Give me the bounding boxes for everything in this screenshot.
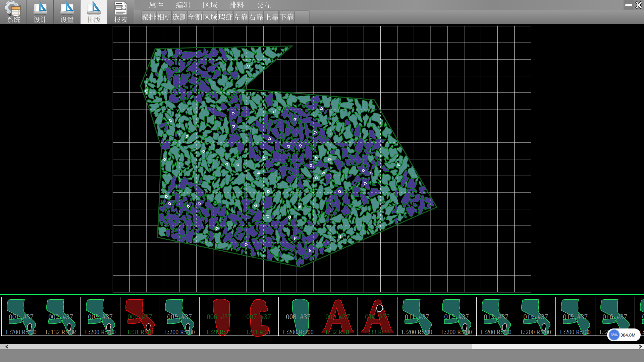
svg-text:L:31 R:31: L:31 R:31 (127, 329, 152, 336)
svg-text:L:200 R:200: L:200 R:200 (401, 329, 432, 336)
svg-text:010_#37: 010_#37 (365, 313, 390, 321)
svg-text:014_#37: 014_#37 (523, 313, 548, 321)
svg-text:016_#37: 016_#37 (602, 313, 627, 321)
svg-text:009_#37: 009_#37 (325, 313, 350, 321)
svg-text:012_#37: 012_#37 (444, 313, 469, 321)
svg-text:L:200 R:200: L:200 R:200 (481, 329, 512, 336)
svg-text:L:31 R:31: L:31 R:31 (246, 329, 271, 336)
svg-text:L:200 R:200: L:200 R:200 (85, 329, 116, 336)
svg-text:008_#37: 008_#37 (286, 313, 311, 321)
svg-text:L:200 R:200: L:200 R:200 (283, 329, 314, 336)
svg-text:011_#37: 011_#37 (405, 313, 429, 321)
svg-text:017_#37: 017_#37 (642, 313, 644, 321)
svg-text:004_#37: 004_#37 (127, 313, 152, 321)
svg-text:006_#37: 006_#37 (207, 313, 231, 321)
svg-text:L:21 R:21: L:21 R:21 (207, 329, 231, 336)
svg-text:003_#37: 003_#37 (88, 313, 113, 321)
svg-text:L:32 R:31: L:32 R:31 (325, 329, 350, 336)
svg-text:L:200 R:200: L:200 R:200 (441, 329, 472, 336)
svg-text:002_#37: 002_#37 (48, 313, 73, 321)
svg-text:015_#37: 015_#37 (563, 313, 588, 321)
svg-text:L:132 R:132: L:132 R:132 (45, 329, 76, 336)
svg-text:007_#37: 007_#37 (246, 313, 271, 321)
svg-text:L:700 R:700: L:700 R:700 (6, 329, 37, 336)
svg-text:L:200 R:200: L:200 R:200 (164, 329, 195, 336)
svg-text:38%: 38% (611, 333, 618, 337)
svg-text:L:200 R:200: L:200 R:200 (560, 329, 591, 336)
svg-text:001_#37: 001_#37 (9, 313, 34, 321)
svg-text:005_#37: 005_#37 (167, 313, 192, 321)
svg-text:L:33 R:33: L:33 R:33 (365, 329, 390, 336)
svg-text:013_#37: 013_#37 (484, 313, 508, 321)
svg-text:L:200 R:200: L:200 R:200 (520, 329, 551, 336)
svg-text:384.8M: 384.8M (620, 333, 635, 338)
